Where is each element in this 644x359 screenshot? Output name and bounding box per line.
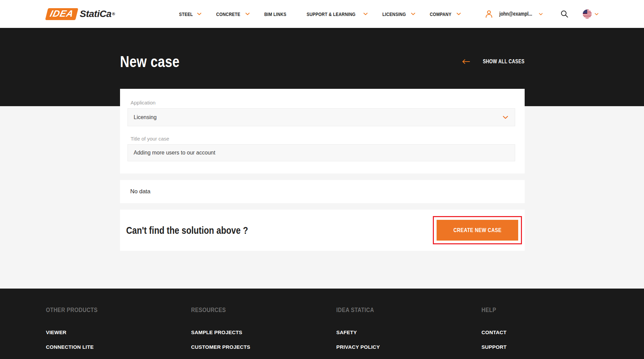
chevron-down-icon <box>411 13 415 15</box>
logo-registered-mark: ® <box>112 12 115 16</box>
cta-question-text: Can't find the solution above ? <box>126 225 248 236</box>
case-title-value: Adding more users to our account <box>134 150 215 156</box>
us-flag-icon <box>583 10 592 18</box>
create-case-card: Can't find the solution above ? CREATE N… <box>120 210 525 251</box>
language-selector[interactable] <box>583 10 598 18</box>
idea-logo-badge: IDEA <box>45 8 78 20</box>
show-all-cases-label: SHOW ALL CASES <box>483 59 525 65</box>
nav-item-bim-links[interactable]: BIM LINKS <box>262 11 289 17</box>
footer-link-viewer[interactable]: VIEWER <box>46 329 191 335</box>
footer-link-support[interactable]: SUPPORT <box>481 344 627 350</box>
search-results-card: No data <box>120 180 525 203</box>
case-title-label: Title of your case <box>131 136 515 142</box>
nav-item-concrete[interactable]: CONCRETE <box>214 11 250 17</box>
application-select[interactable]: Licensing <box>128 108 515 126</box>
create-new-case-label: CREATE NEW CASE <box>453 227 501 234</box>
user-icon <box>485 10 493 18</box>
footer-heading: HELP <box>481 306 496 314</box>
chevron-down-icon <box>595 13 598 15</box>
new-case-form-card: Application Licensing Title of your case… <box>120 89 525 174</box>
idea-statica-logo[interactable]: IDEA StatiCa ® <box>47 8 115 20</box>
main-nav: STEEL CONCRETE BIM LINKS SUPPORT & LEARN… <box>177 11 461 17</box>
chevron-down-icon <box>457 13 461 15</box>
page-title: New case <box>120 52 180 71</box>
application-selected-value: Licensing <box>134 114 157 120</box>
footer-link-customer-projects[interactable]: CUSTOMER PROJECTS <box>191 344 336 350</box>
nav-item-support-learning[interactable]: SUPPORT & LEARNING <box>301 11 368 17</box>
nav-item-licensing[interactable]: LICENSING <box>380 11 415 17</box>
nav-label: STEEL <box>179 11 193 17</box>
nav-label: LICENSING <box>383 11 406 17</box>
nav-label: BIM LINKS <box>264 11 286 17</box>
create-new-case-button[interactable]: CREATE NEW CASE <box>437 220 518 241</box>
footer-link-privacy-policy[interactable]: PRIVACY POLICY <box>336 344 481 350</box>
footer-heading: RESOURCES <box>191 306 226 314</box>
main-content: Application Licensing Title of your case… <box>0 106 644 289</box>
highlight-annotation-box: CREATE NEW CASE <box>433 216 522 244</box>
chevron-down-icon <box>539 13 543 15</box>
chevron-down-icon <box>197 13 201 15</box>
footer-link-sample-projects[interactable]: SAMPLE PROJECTS <box>191 329 336 335</box>
chevron-down-icon <box>363 13 368 15</box>
case-title-input[interactable]: Adding more users to our account <box>128 144 515 161</box>
nav-label: CONCRETE <box>216 11 240 17</box>
show-all-cases-link[interactable]: SHOW ALL CASES <box>462 59 525 65</box>
logo-statica-text: StatiCa <box>80 9 112 19</box>
footer-heading: OTHER PRODUCTS <box>46 306 98 314</box>
footer-column-other-products: OTHER PRODUCTS VIEWER CONNECTION LITE PL… <box>46 306 191 359</box>
account-menu[interactable]: john@exampl... <box>485 10 543 18</box>
footer-link-safety[interactable]: SAFETY <box>336 329 481 335</box>
nav-label: COMPANY <box>430 11 452 17</box>
header-right-controls: john@exampl... <box>485 10 598 18</box>
arrow-left-icon <box>462 59 470 64</box>
footer-column-resources: RESOURCES SAMPLE PROJECTS CUSTOMER PROJE… <box>191 306 336 359</box>
nav-item-steel[interactable]: STEEL <box>177 11 201 17</box>
nav-item-company[interactable]: COMPANY <box>427 11 461 17</box>
account-email: john@exampl... <box>499 11 532 17</box>
footer-heading: IDEA STATICA <box>336 306 374 314</box>
footer-link-contact[interactable]: CONTACT <box>481 329 627 335</box>
chevron-down-icon <box>245 13 250 15</box>
search-icon <box>560 10 569 18</box>
no-data-text: No data <box>130 188 151 195</box>
footer-link-connection-lite[interactable]: CONNECTION LITE <box>46 344 191 350</box>
chevron-down-icon <box>503 116 508 119</box>
footer-column-help: HELP CONTACT SUPPORT RESELLERS <box>481 306 627 359</box>
search-button[interactable] <box>560 10 569 18</box>
footer-column-idea-statica: IDEA STATICA SAFETY PRIVACY POLICY EULA <box>336 306 481 359</box>
logo-idea-text: IDEA <box>49 9 75 19</box>
top-navigation-bar: IDEA StatiCa ® STEEL CONCRETE BIM LINKS … <box>0 0 644 28</box>
nav-label: SUPPORT & LEARNING <box>306 11 355 17</box>
page-footer: OTHER PRODUCTS VIEWER CONNECTION LITE PL… <box>0 289 644 359</box>
application-label: Application <box>131 100 515 105</box>
